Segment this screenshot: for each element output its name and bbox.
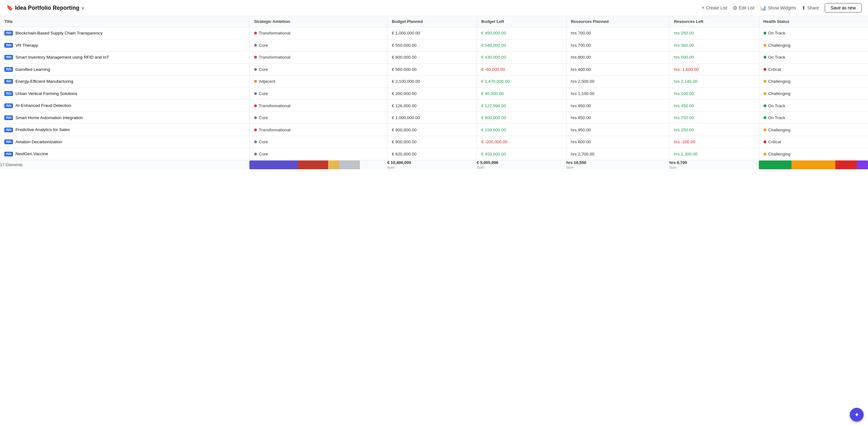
ambition-dot xyxy=(254,92,257,95)
inn-badge: INN xyxy=(4,152,13,156)
col-budget-planned: Budget Planned xyxy=(387,16,476,27)
ambition-label: Transformational xyxy=(259,128,290,132)
col-strategic-ambition: Strategic Ambition xyxy=(249,16,387,27)
ambition-cell: Transformational xyxy=(249,100,387,112)
health-status-cell: On Track xyxy=(759,27,868,39)
create-list-button[interactable]: + Create List xyxy=(702,5,727,11)
idea-title: Gamified Learning xyxy=(16,67,50,72)
title-cell: INN Smart Inventory Management using RFI… xyxy=(0,52,249,64)
idea-title: NextGen Vaccine xyxy=(16,151,48,157)
share-icon: ⬆ xyxy=(802,5,806,11)
resources-left-cell: hrs 100.00 xyxy=(670,88,759,100)
col-resources-planned: Resources Planned xyxy=(566,16,670,27)
health-dot xyxy=(764,32,766,34)
budget-left-cell: € 150,000.00 xyxy=(477,124,566,136)
table-footer-row: 17 Elements € 10,406,000 Sum € 5,005,996… xyxy=(0,160,868,170)
title-cell: INN Gamified Learning xyxy=(0,63,249,75)
bar-segment xyxy=(328,161,339,169)
inn-badge: INN xyxy=(4,67,13,72)
table-row: INN Blockchain-Based Supply Chain Transp… xyxy=(0,27,868,39)
inn-badge: INN xyxy=(4,79,13,84)
budget-planned-cell: € 620,000.00 xyxy=(387,148,476,160)
title-cell: INN Smart Home Automation Integration xyxy=(0,111,249,124)
health-label: Critical xyxy=(768,139,781,144)
health-bar-segment xyxy=(792,161,835,169)
ambition-cell: Core xyxy=(249,88,387,100)
table-row: INN Urban Vertical Farming Solutions Cor… xyxy=(0,88,868,100)
idea-title: Energy-Efficient Manufacturing xyxy=(16,79,73,84)
share-button[interactable]: ⬆ Share xyxy=(802,5,819,11)
show-widgets-button[interactable]: 📊 Show Widgets xyxy=(760,5,796,11)
health-status-cell: Challenging xyxy=(759,39,868,52)
bar-segment xyxy=(298,161,328,169)
budget-left-cell: € 1,470,000.00 xyxy=(477,75,566,88)
inn-badge: INN xyxy=(4,128,13,132)
save-as-new-button[interactable]: Save as new xyxy=(825,3,862,12)
budget-planned-cell: € 560,000.00 xyxy=(387,63,476,75)
resources-planned-cell: hrs 400.00 xyxy=(566,63,670,75)
page-title: Idea Portfolio Reporting xyxy=(15,5,80,11)
resources-left-cell: hrs 250.00 xyxy=(670,27,759,39)
col-resources-left: Resources Left xyxy=(670,16,759,27)
ambition-dot xyxy=(254,56,257,59)
resources-left-cell: hrs 2,300.00 xyxy=(670,148,759,160)
edit-list-button[interactable]: ⚙ Edit List xyxy=(733,5,754,11)
ambition-cell: Core xyxy=(249,39,387,52)
title-cell: INN Aviation Decarbonization xyxy=(0,136,249,148)
resources-planned-cell: hrs 1,100.00 xyxy=(566,88,670,100)
footer-resources-left-sum: hrs 6,700 Sum xyxy=(670,160,759,170)
idea-title: Urban Vertical Farming Solutions xyxy=(16,91,77,97)
budget-left-cell: € 540,000.00 xyxy=(477,39,566,52)
budget-left-cell: € 450,000.00 xyxy=(477,148,566,160)
table-row: INN NextGen Vaccine Core € 620,000.00€ 4… xyxy=(0,148,868,160)
ambition-label: Core xyxy=(259,116,268,120)
budget-left-cell: € 430,000.00 xyxy=(477,52,566,64)
health-label: On Track xyxy=(768,31,785,35)
health-status-cell: Critical xyxy=(759,136,868,148)
plus-icon: + xyxy=(702,5,704,11)
health-status-cell: On Track xyxy=(759,111,868,124)
title-cell: INN Predictive Analytics for Sales xyxy=(0,124,249,136)
health-status-cell: Challenging xyxy=(759,88,868,100)
footer-bar-cell xyxy=(249,160,387,170)
idea-title: Smart Home Automation Integration xyxy=(16,115,83,121)
budget-planned-cell: € 1,000,000.00 xyxy=(387,111,476,124)
health-label: On Track xyxy=(768,116,785,120)
ambition-label: Transformational xyxy=(259,31,290,35)
ambition-label: Transformational xyxy=(259,103,290,108)
table-row: INN Aviation Decarbonization Core € 900,… xyxy=(0,136,868,148)
health-stacked-bar xyxy=(759,161,868,169)
ambition-cell: Core xyxy=(249,136,387,148)
ambition-label: Core xyxy=(259,43,268,47)
budget-planned-cell: € 550,000.00 xyxy=(387,39,476,52)
chevron-down-icon[interactable]: ∨ xyxy=(81,5,84,10)
health-dot xyxy=(764,116,766,119)
ambition-dot xyxy=(254,32,257,34)
ambition-dot xyxy=(254,153,257,156)
bar-segment xyxy=(249,161,298,169)
health-label: Challenging xyxy=(768,43,790,47)
ambition-dot xyxy=(254,44,257,47)
resources-planned-cell: hrs 700.00 xyxy=(566,39,670,52)
resources-left-cell: hrs 500.00 xyxy=(670,52,759,64)
health-bar-segment xyxy=(857,161,868,169)
resources-planned-cell: hrs 900.00 xyxy=(566,52,670,64)
health-bar-segment xyxy=(759,161,792,169)
budget-left-cell: € 40,000.00 xyxy=(477,88,566,100)
resources-planned-cell: hrs 950.00 xyxy=(566,124,670,136)
gear-icon: ⚙ xyxy=(733,5,737,11)
health-status-cell: On Track xyxy=(759,100,868,112)
col-budget-left: Budget Left xyxy=(477,16,566,27)
idea-title: VR Therapy xyxy=(16,43,38,48)
budget-planned-cell: € 2,100,000.00 xyxy=(387,75,476,88)
health-label: On Track xyxy=(768,103,785,108)
title-cell: INN NextGen Vaccine xyxy=(0,148,249,160)
health-status-cell: Critical xyxy=(759,63,868,75)
col-title: Title xyxy=(0,16,249,27)
health-bar-segment xyxy=(835,161,857,169)
inn-badge: INN xyxy=(4,139,13,144)
budget-stacked-bar xyxy=(249,161,387,169)
resources-planned-cell: hrs 850.00 xyxy=(566,111,670,124)
health-status-cell: Challenging xyxy=(759,148,868,160)
ambition-cell: Core xyxy=(249,148,387,160)
